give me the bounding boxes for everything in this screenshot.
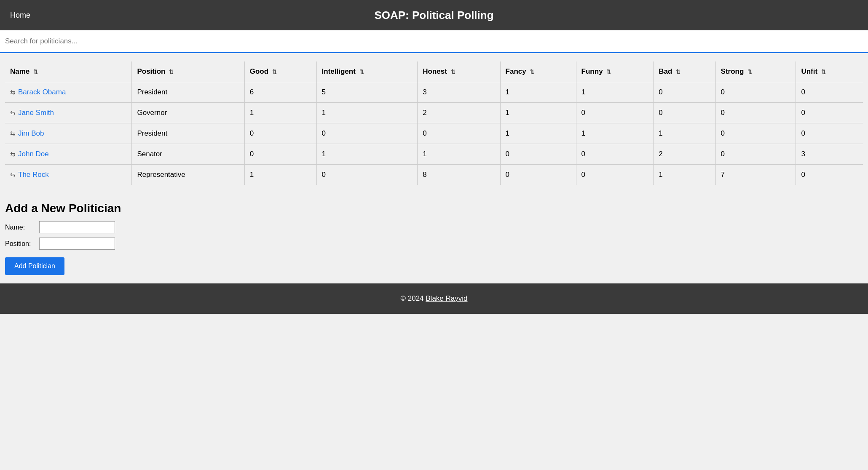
col-header-honest[interactable]: Honest ⇅ [418, 61, 500, 82]
cell-fancy: 0 [500, 144, 576, 165]
cell-funny: 1 [576, 123, 654, 144]
cell-bad: 1 [654, 165, 715, 185]
cell-fancy: 0 [500, 165, 576, 185]
row-link-icon: ⇆ [10, 109, 16, 116]
cell-intelligent: 1 [316, 103, 418, 123]
cell-name: ⇆The Rock [5, 165, 132, 185]
cell-bad: 0 [654, 82, 715, 103]
cell-bad: 2 [654, 144, 715, 165]
cell-name: ⇆Jim Bob [5, 123, 132, 144]
position-label: Position: [5, 240, 37, 248]
col-header-name[interactable]: Name ⇅ [5, 61, 132, 82]
app-header: Home SOAP: Political Polling [0, 0, 868, 30]
col-header-position[interactable]: Position ⇅ [132, 61, 244, 82]
cell-fancy: 1 [500, 123, 576, 144]
cell-bad: 1 [654, 123, 715, 144]
cell-honest: 2 [418, 103, 500, 123]
add-politician-button[interactable]: Add Politician [5, 257, 64, 275]
search-bar-container [0, 30, 868, 53]
cell-position: President [132, 82, 244, 103]
col-header-bad[interactable]: Bad ⇅ [654, 61, 715, 82]
row-link-icon: ⇆ [10, 130, 16, 137]
cell-intelligent: 1 [316, 144, 418, 165]
position-input[interactable] [39, 238, 115, 250]
politician-link[interactable]: Jane Smith [18, 109, 54, 117]
add-politician-section: Add a New Politician Name: Position: Add… [0, 198, 868, 283]
table-row: ⇆John DoeSenator01100203 [5, 144, 863, 165]
cell-intelligent: 0 [316, 165, 418, 185]
col-header-funny[interactable]: Funny ⇅ [576, 61, 654, 82]
politician-link[interactable]: The Rock [18, 171, 49, 179]
cell-name: ⇆John Doe [5, 144, 132, 165]
cell-good: 1 [244, 165, 316, 185]
cell-good: 1 [244, 103, 316, 123]
cell-intelligent: 5 [316, 82, 418, 103]
sort-icon-bad: ⇅ [676, 69, 680, 75]
home-link[interactable]: Home [10, 11, 30, 20]
app-footer: © 2024 Blake Rayvid [0, 283, 868, 314]
cell-funny: 1 [576, 82, 654, 103]
col-header-unfit[interactable]: Unfit ⇅ [796, 61, 863, 82]
cell-funny: 0 [576, 165, 654, 185]
name-input[interactable] [39, 221, 115, 233]
table-row: ⇆Jane SmithGovernor11210000 [5, 103, 863, 123]
cell-funny: 0 [576, 103, 654, 123]
sort-icon-funny: ⇅ [606, 69, 611, 75]
cell-bad: 0 [654, 103, 715, 123]
cell-unfit: 3 [796, 144, 863, 165]
row-link-icon: ⇆ [10, 88, 16, 96]
cell-honest: 1 [418, 144, 500, 165]
cell-good: 0 [244, 123, 316, 144]
col-header-good[interactable]: Good ⇅ [244, 61, 316, 82]
cell-strong: 0 [715, 82, 796, 103]
cell-strong: 7 [715, 165, 796, 185]
cell-position: Governor [132, 103, 244, 123]
table-row: ⇆Barack ObamaPresident65311000 [5, 82, 863, 103]
sort-icon-name: ⇅ [33, 69, 38, 75]
col-header-intelligent[interactable]: Intelligent ⇅ [316, 61, 418, 82]
cell-unfit: 0 [796, 103, 863, 123]
cell-unfit: 0 [796, 82, 863, 103]
col-header-strong[interactable]: Strong ⇅ [715, 61, 796, 82]
cell-honest: 0 [418, 123, 500, 144]
sort-icon-position: ⇅ [169, 69, 174, 75]
politician-link[interactable]: Jim Bob [18, 129, 44, 137]
app-title: SOAP: Political Polling [374, 9, 493, 22]
footer-link[interactable]: Blake Rayvid [426, 294, 467, 302]
cell-position: Representative [132, 165, 244, 185]
cell-strong: 0 [715, 123, 796, 144]
cell-good: 6 [244, 82, 316, 103]
cell-intelligent: 0 [316, 123, 418, 144]
col-header-fancy[interactable]: Fancy ⇅ [500, 61, 576, 82]
politician-link[interactable]: John Doe [18, 150, 49, 158]
position-form-row: Position: [5, 238, 863, 250]
cell-name: ⇆Jane Smith [5, 103, 132, 123]
row-link-icon: ⇆ [10, 171, 16, 178]
cell-name: ⇆Barack Obama [5, 82, 132, 103]
sort-icon-honest: ⇅ [451, 69, 455, 75]
sort-icon-unfit: ⇅ [821, 69, 826, 75]
table-header: Name ⇅ Position ⇅ Good ⇅ Intelligent ⇅ H… [5, 61, 863, 82]
cell-position: Senator [132, 144, 244, 165]
main-content: Name ⇅ Position ⇅ Good ⇅ Intelligent ⇅ H… [0, 53, 868, 185]
cell-honest: 8 [418, 165, 500, 185]
footer-text: © 2024 [400, 294, 426, 302]
cell-good: 0 [244, 144, 316, 165]
cell-funny: 0 [576, 144, 654, 165]
name-label: Name: [5, 224, 37, 231]
politician-link[interactable]: Barack Obama [18, 88, 66, 96]
row-link-icon: ⇆ [10, 150, 16, 158]
table-row: ⇆Jim BobPresident00011100 [5, 123, 863, 144]
table-row: ⇆The RockRepresentative10800170 [5, 165, 863, 185]
cell-fancy: 1 [500, 103, 576, 123]
politicians-table: Name ⇅ Position ⇅ Good ⇅ Intelligent ⇅ H… [5, 61, 863, 185]
search-input[interactable] [0, 30, 868, 52]
cell-fancy: 1 [500, 82, 576, 103]
cell-strong: 0 [715, 144, 796, 165]
sort-icon-good: ⇅ [272, 69, 277, 75]
cell-position: President [132, 123, 244, 144]
cell-honest: 3 [418, 82, 500, 103]
add-politician-title: Add a New Politician [5, 202, 863, 215]
cell-unfit: 0 [796, 123, 863, 144]
sort-icon-strong: ⇅ [747, 69, 752, 75]
